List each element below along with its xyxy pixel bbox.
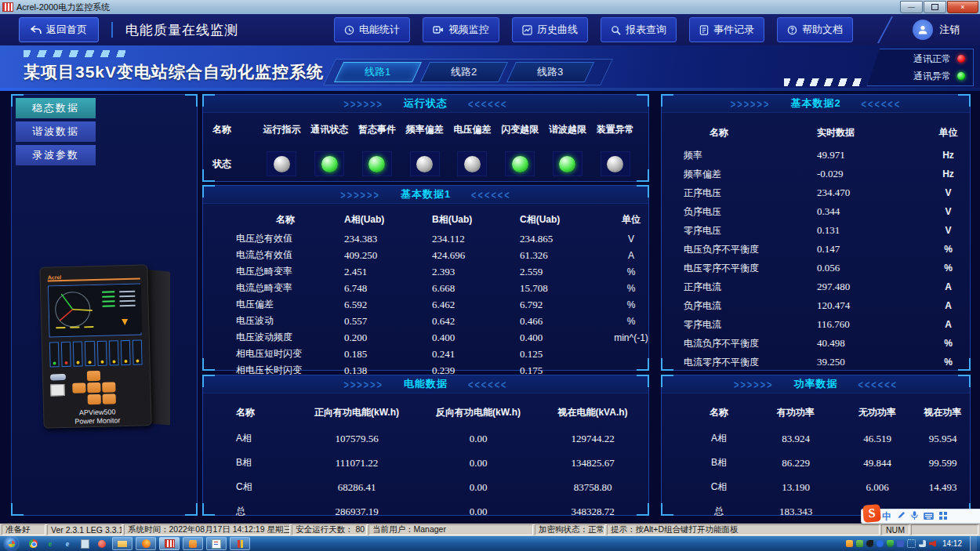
minimize-button[interactable]: — (900, 1, 923, 13)
nav-button-history-curve[interactable]: 历史曲线 (512, 17, 588, 42)
taskbar-app-window-icon[interactable] (78, 538, 91, 549)
status-item-label: 谐波越限 (544, 113, 592, 146)
table-row: 电流零序不平衡度 39.250 % (662, 353, 970, 372)
logout-button[interactable]: 注销 (913, 20, 960, 40)
chevrons-right-icon: >>>>>> (343, 97, 383, 111)
table-row: A相 83.924 46.519 95.954 (662, 426, 970, 451)
show-desktop-button[interactable] (970, 536, 977, 551)
legend-item: 通讯异常 (868, 70, 965, 83)
status-light-indicator (368, 156, 385, 172)
chevrons-left-icon: <<<<<< (468, 378, 508, 391)
taskbar-editor-button[interactable] (206, 537, 227, 550)
nav-button-report-search[interactable]: 报表查询 (601, 17, 677, 42)
sidebar-panel: 稳态数据 谐波数据 录波参数 Acrel (11, 94, 198, 516)
status-light-cell (591, 146, 639, 182)
table-row: 电压负序不平衡度 0.147 % (662, 240, 970, 259)
sidebar-item[interactable]: 稳态数据 (16, 98, 96, 118)
ime-keyboard-icon[interactable] (924, 512, 934, 521)
nav-button-help-doc[interactable]: 帮助文档 (777, 17, 853, 42)
close-button[interactable]: × (947, 1, 978, 13)
device-led-strip (49, 339, 143, 367)
video-monitor-icon (433, 25, 444, 34)
taskbar-chrome-icon[interactable] (27, 538, 39, 549)
nav-button-energy-stats[interactable]: 电能统计 (334, 17, 410, 42)
table-row: 电压偏差 6.592 6.462 6.792 % (203, 296, 648, 313)
table-row: 正序电压 234.470 V (662, 183, 970, 202)
status-bar-segment: 当前用户：Manager (368, 524, 533, 535)
nav-button-video-monitor[interactable]: 视频监控 (423, 17, 499, 42)
taskbar-app-red-icon[interactable] (96, 538, 108, 549)
table-row: 负序电压 0.344 V (662, 202, 970, 221)
table-row: 电流负序不平衡度 40.498 % (662, 334, 970, 353)
tray-bluetooth-icon[interactable] (877, 540, 884, 547)
table-row: 负序电流 120.474 A (662, 296, 970, 315)
table-row: A相 107579.56 0.00 129744.22 (203, 426, 648, 451)
tray-expand-icon[interactable] (907, 539, 916, 548)
sidebar-item[interactable]: 录波参数 (16, 145, 96, 165)
table-row: 电流总畸变率 6.748 6.668 15.708 % (203, 280, 648, 296)
status-bar: 准备好 Ver 2.3.1 LEG 3.3.18 系统时间：2022年08月17… (0, 524, 980, 536)
sogou-ime-bar: S 中 (861, 509, 980, 524)
table-row: 电压总畸变率 2.451 2.393 2.559 % (203, 263, 648, 280)
taskbar-app-orange-button[interactable] (183, 537, 203, 550)
tray-network-icon[interactable] (919, 540, 926, 547)
chevrons-left-icon: <<<<<< (862, 97, 902, 111)
status-light-indicator (321, 156, 338, 172)
app-icon (2, 2, 13, 12)
taskbar-clock[interactable]: 14:12 (942, 539, 962, 548)
device-brand-logo: Acrel (48, 274, 62, 280)
tab-line[interactable]: 线路2 (420, 62, 508, 82)
table-header: 名称 A相(Uab) B相(Uab) C相(Uab) 单位 (203, 208, 648, 230)
help-doc-icon (787, 25, 797, 35)
tray-nvidia-icon[interactable] (897, 540, 904, 547)
tab-line[interactable]: 线路3 (506, 62, 594, 82)
ime-language-toggle[interactable]: 中 (882, 512, 891, 521)
top-nav: 返回首页 电能质量在线监测 电能统计 视频监控 历史曲线 (0, 14, 980, 45)
status-bar-segment: 提示：按Alt+D组合键打开功能面板 (607, 524, 880, 535)
system-tray: 14:12 (846, 536, 980, 551)
taskbar-bars-app-button[interactable] (230, 537, 250, 550)
status-light-indicator (274, 156, 290, 172)
table-row: 零序电流 116.760 A (662, 315, 970, 334)
status-light-indicator (559, 156, 575, 172)
tray-folder-icon[interactable] (856, 540, 863, 547)
chevrons-left-icon: <<<<<< (468, 97, 508, 111)
start-button[interactable] (5, 537, 18, 550)
table-row: B相 111071.22 0.00 134825.67 (203, 451, 648, 475)
restore-button[interactable] (924, 1, 946, 13)
panel-title: 基本数据1 (401, 187, 451, 201)
nav-button-event-log[interactable]: 事件记录 (689, 17, 764, 42)
tray-shield-icon[interactable] (887, 540, 894, 547)
table-row: 电压波动 0.557 0.642 0.466 % (203, 313, 648, 329)
sogou-logo-icon[interactable]: S (862, 504, 880, 522)
device-image: Acrel (42, 266, 172, 432)
system-title: 某项目35kV变电站综合自动化监控系统 (24, 61, 324, 83)
tray-update-icon[interactable] (846, 540, 853, 547)
status-item-label: 通讯状态 (306, 113, 354, 146)
ime-microphone-icon[interactable] (911, 511, 918, 522)
taskbar-firefox-button[interactable] (136, 537, 156, 550)
back-home-button[interactable]: 返回首页 (19, 17, 99, 42)
tray-satellite-icon[interactable] (866, 540, 873, 547)
status-item-label: 运行指示 (258, 113, 306, 146)
status-light-cell (258, 146, 306, 182)
status-bar-segment: 准备好 (2, 524, 45, 535)
table-row: C相 13.190 6.006 14.493 (662, 475, 970, 499)
tray-volume-muted-icon[interactable] (929, 540, 936, 547)
sidebar-item[interactable]: 谐波数据 (16, 121, 96, 142)
status-light-cell (306, 146, 354, 182)
tab-line[interactable]: 线路1 (334, 62, 422, 82)
taskbar-ie-green-icon[interactable]: e (44, 538, 56, 549)
report-search-icon (611, 25, 621, 35)
ime-pen-icon[interactable] (897, 511, 906, 521)
line-tabs: 线路1 线路2 线路3 (339, 62, 590, 82)
status-dot-icon (957, 55, 965, 63)
ime-toolbox-icon[interactable] (939, 512, 947, 521)
status-bar-segment: Ver 2.3.1 LEG 3.3.18 (47, 524, 122, 535)
taskbar-ie-blue-icon[interactable]: e (61, 538, 74, 549)
panel-power-data: >>>>>> 功率数据 <<<<<< 名称 有功功率 无功功率 视在功率 A相 … (661, 375, 971, 516)
taskbar-acrel-app-button[interactable] (159, 537, 180, 550)
taskbar-explorer-button[interactable] (112, 537, 132, 550)
table-header: 名称 实时数据 单位 (662, 119, 970, 146)
chevrons-right-icon: >>>>>> (343, 378, 383, 391)
